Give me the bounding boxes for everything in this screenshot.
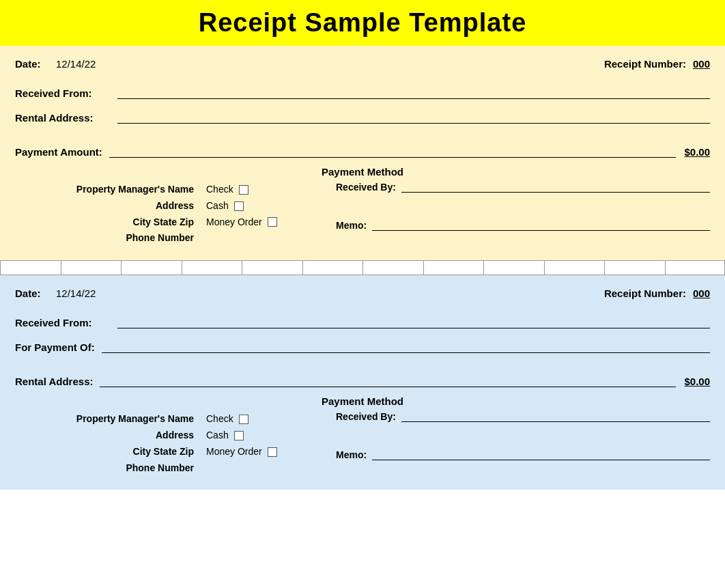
received-by-label-2: Received By: [336, 411, 396, 422]
pm-phone-label-1: Phone Number [126, 230, 194, 247]
check-row-1: Check [206, 182, 329, 198]
date-label-2: Date: [15, 288, 41, 299]
payment-amount-label-1: Payment Amount: [15, 146, 102, 158]
rental-address-label-1: Rental Address: [15, 112, 111, 124]
rental-address-row-1: Rental Address: [15, 109, 710, 126]
pm-manager-label-1: Property Manager's Name [76, 182, 194, 198]
received-from-label-2: Received From: [15, 317, 111, 328]
divider-cell-9 [483, 261, 544, 275]
cash-checkbox-1[interactable] [234, 201, 244, 211]
receipt-num-block-1: Receipt Number: 000 [604, 58, 710, 70]
received-by-line-1[interactable] [401, 182, 710, 193]
received-by-label-1: Received By: [336, 182, 396, 193]
received-by-row-1: Received By: [336, 182, 710, 193]
date-value-2: 12/14/22 [56, 288, 96, 299]
money-order-label-2: Money Order [206, 444, 262, 460]
for-payment-of-line-2[interactable] [102, 341, 710, 353]
divider-cell-2 [61, 261, 122, 275]
cash-label-1: Cash [206, 198, 229, 214]
rental-address-line-1[interactable] [117, 111, 710, 124]
rental-address-row-2: Rental Address: $0.00 [15, 372, 710, 390]
money-order-checkbox-2[interactable] [268, 447, 277, 457]
check-label-2: Check [206, 411, 233, 428]
receipt-num-label-1: Receipt Number: [604, 58, 686, 70]
date-value-1: 12/14/22 [56, 58, 96, 70]
payment-method-grid-1: Property Manager's Name Address City Sta… [15, 182, 710, 247]
pm-manager-label-2: Property Manager's Name [76, 411, 194, 428]
money-order-row-1: Money Order [206, 214, 329, 231]
memo-line-1[interactable] [372, 220, 710, 231]
received-from-row-2: Received From: [15, 313, 710, 331]
for-payment-of-row-2: For Payment Of: [15, 338, 710, 356]
date-label-1: Date: [15, 58, 41, 70]
payment-amount-line-1[interactable] [109, 145, 677, 158]
receipt-num-label-2: Receipt Number: [604, 288, 686, 299]
divider-cell-1 [0, 261, 61, 275]
rental-address-line-2[interactable] [100, 375, 676, 387]
money-order-checkbox-1[interactable] [268, 217, 277, 227]
cash-label-2: Cash [206, 428, 229, 444]
divider-cell-7 [362, 261, 423, 275]
divider-cell-12 [665, 261, 726, 275]
memo-label-2: Memo: [336, 449, 367, 460]
rental-address-value-2: $0.00 [684, 376, 710, 387]
received-from-line-1[interactable] [117, 87, 710, 99]
pm-left-1: Property Manager's Name Address City Sta… [15, 182, 206, 247]
receipt-num-value-1: 000 [693, 58, 710, 70]
payment-method-section-2: Payment Method Property Manager's Name A… [15, 395, 710, 476]
date-block-2: Date: 12/14/22 [15, 288, 96, 300]
received-from-row-1: Received From: [15, 84, 710, 102]
pm-right-2: Received By: Memo: [329, 411, 710, 460]
pm-address-label-1: Address [156, 198, 194, 214]
received-by-row-2: Received By: [336, 411, 710, 422]
check-checkbox-2[interactable] [239, 415, 248, 424]
money-order-row-2: Money Order [206, 444, 329, 460]
pm-middle-1: Check Cash Money Order [206, 182, 329, 230]
payment-method-title-2: Payment Method [15, 395, 710, 407]
memo-label-1: Memo: [336, 220, 367, 231]
receipt-section-2: Date: 12/14/22 Receipt Number: 000 Recei… [0, 275, 725, 490]
payment-method-grid-2: Property Manager's Name Address City Sta… [15, 411, 710, 476]
memo-row-1: Memo: [336, 220, 710, 231]
received-from-line-2[interactable] [117, 316, 710, 328]
divider-cell-3 [121, 261, 182, 275]
divider-grid [0, 260, 725, 275]
divider-cell-4 [182, 261, 242, 275]
rental-address-label-2: Rental Address: [15, 376, 93, 387]
receipt-num-value-2: 000 [693, 288, 710, 299]
for-payment-of-label-2: For Payment Of: [15, 341, 95, 353]
memo-row-2: Memo: [336, 449, 710, 460]
divider-cell-8 [423, 261, 484, 275]
receipt-section-1: Date: 12/14/22 Receipt Number: 000 Recei… [0, 46, 725, 260]
pm-middle-2: Check Cash Money Order [206, 411, 329, 460]
check-row-2: Check [206, 411, 329, 428]
header-row-1: Date: 12/14/22 Receipt Number: 000 [15, 55, 710, 73]
payment-amount-value-1: $0.00 [684, 146, 710, 158]
page-title: Receipt Sample Template [0, 0, 725, 46]
divider-cell-5 [242, 261, 302, 275]
pm-phone-label-2: Phone Number [126, 460, 194, 477]
payment-amount-row-1: Payment Amount: $0.00 [15, 143, 710, 160]
payment-method-section-1: Payment Method Property Manager's Name A… [15, 166, 710, 247]
received-by-line-2[interactable] [401, 411, 710, 422]
pm-city-state-zip-label-2: City State Zip [133, 444, 194, 460]
memo-line-2[interactable] [372, 449, 710, 460]
divider-cell-6 [302, 261, 363, 275]
money-order-label-1: Money Order [206, 214, 262, 231]
check-label-1: Check [206, 182, 233, 198]
received-from-label-1: Received From: [15, 87, 111, 99]
pm-right-1: Received By: Memo: [329, 182, 710, 231]
receipt-num-block-2: Receipt Number: 000 [604, 288, 710, 299]
pm-city-state-zip-label-1: City State Zip [133, 214, 194, 231]
cash-row-1: Cash [206, 198, 329, 214]
pm-address-label-2: Address [156, 428, 194, 444]
date-block-1: Date: 12/14/22 [15, 58, 96, 70]
cash-row-2: Cash [206, 428, 329, 444]
header-row-2: Date: 12/14/22 Receipt Number: 000 [15, 285, 710, 303]
cash-checkbox-2[interactable] [234, 431, 244, 440]
payment-method-title-1: Payment Method [15, 166, 710, 178]
divider-cell-10 [544, 261, 605, 275]
divider-cell-11 [604, 261, 665, 275]
check-checkbox-1[interactable] [239, 185, 248, 195]
pm-left-2: Property Manager's Name Address City Sta… [15, 411, 206, 476]
